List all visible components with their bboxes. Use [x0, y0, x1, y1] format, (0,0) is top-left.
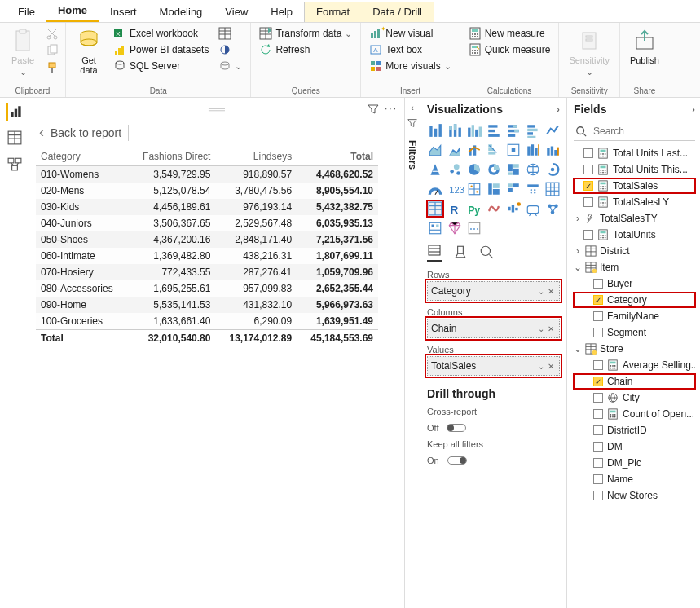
- field-totalsalesly[interactable]: TotalSalesLY: [574, 195, 695, 209]
- viz-type-26[interactable]: [525, 181, 541, 197]
- viz-type-10[interactable]: [486, 142, 502, 158]
- recent-sources-button[interactable]: ⌄: [217, 59, 244, 73]
- viz-type-18[interactable]: [505, 161, 522, 178]
- field-totalunits[interactable]: TotalUnits: [574, 227, 695, 242]
- more-visuals-button[interactable]: More visuals⌄: [368, 59, 452, 73]
- viz-type-2[interactable]: [466, 122, 482, 139]
- rows-chevron-icon[interactable]: ⌄: [536, 287, 546, 296]
- columns-chip[interactable]: Chain: [431, 323, 536, 334]
- field-total-units-last[interactable]: Total Units Last...: [574, 146, 695, 161]
- get-data-button[interactable]: Get data: [73, 26, 105, 77]
- cols-remove-icon[interactable]: ✕: [546, 324, 556, 333]
- viz-type-32[interactable]: [505, 200, 522, 217]
- viz-type-20[interactable]: [544, 161, 561, 178]
- field-city[interactable]: City: [574, 390, 695, 405]
- field-totalsalesty[interactable]: ›TotalSalesTY: [574, 211, 695, 226]
- matrix-visual[interactable]: Category Fashions Direct Lindseys Total …: [36, 148, 378, 346]
- more-options-icon[interactable]: ···: [385, 103, 398, 116]
- viz-type-29[interactable]: R: [447, 200, 463, 217]
- table-row[interactable]: 090-Home5,535,141.53431,832.105,966,973.…: [36, 297, 378, 313]
- field-count-open[interactable]: Count of Open...: [574, 407, 695, 421]
- values-chip[interactable]: TotalSales: [431, 360, 536, 372]
- col-header-c2[interactable]: Lindseys: [215, 148, 297, 166]
- vals-remove-icon[interactable]: ✕: [546, 362, 556, 371]
- new-measure-button[interactable]: New measure: [467, 26, 553, 41]
- table-item[interactable]: ⌄Item: [574, 260, 695, 275]
- viz-type-8[interactable]: [447, 142, 463, 158]
- table-row[interactable]: 060-Intimate1,369,482.80438,216.311,807,…: [36, 248, 378, 264]
- format-well-tab[interactable]: [453, 245, 468, 262]
- copy-icon[interactable]: [46, 44, 59, 57]
- tab-help[interactable]: Help: [259, 2, 304, 22]
- back-arrow-icon[interactable]: ‹: [39, 124, 44, 141]
- table-row[interactable]: 050-Shoes4,367,200.162,848,171.407,215,3…: [36, 231, 378, 248]
- model-view-icon[interactable]: [6, 155, 24, 173]
- format-painter-icon[interactable]: [46, 61, 59, 74]
- viz-type-4[interactable]: [505, 122, 522, 139]
- sensitivity-button[interactable]: Sensitivity⌄: [566, 26, 613, 79]
- col-header-category[interactable]: Category: [36, 148, 128, 166]
- viz-type-5[interactable]: [525, 122, 541, 139]
- table-row[interactable]: 010-Womens3,549,729.95918,890.574,468,62…: [36, 166, 378, 183]
- pbi-datasets-button[interactable]: Power BI datasets: [112, 42, 210, 57]
- viz-type-35[interactable]: [427, 220, 443, 236]
- viz-type-12[interactable]: [525, 142, 541, 158]
- viz-type-37[interactable]: ⋯: [466, 220, 482, 236]
- viz-type-24[interactable]: [486, 181, 502, 197]
- rows-chip[interactable]: Category: [431, 285, 536, 297]
- values-well[interactable]: TotalSales ⌄ ✕: [427, 356, 560, 376]
- table-row[interactable]: 020-Mens5,125,078.543,780,475.568,905,55…: [36, 183, 378, 199]
- viz-type-34[interactable]: [544, 200, 561, 217]
- viz-type-36[interactable]: [447, 220, 463, 236]
- tab-file[interactable]: File: [7, 2, 46, 22]
- tab-insert[interactable]: Insert: [99, 2, 148, 22]
- transform-data-button[interactable]: Transform data⌄: [258, 26, 354, 41]
- field-dmpic[interactable]: DM_Pic: [574, 456, 695, 470]
- viz-type-11[interactable]: [505, 142, 522, 158]
- viz-type-14[interactable]: [427, 161, 443, 178]
- field-familyname[interactable]: FamilyNane: [574, 309, 695, 324]
- field-buyer[interactable]: Buyer: [574, 276, 695, 291]
- paste-button[interactable]: Paste ⌄: [7, 26, 39, 79]
- text-box-button[interactable]: AText box: [368, 42, 452, 57]
- cross-report-toggle[interactable]: [447, 424, 466, 432]
- cut-icon[interactable]: [46, 27, 59, 40]
- field-avg-selling[interactable]: Average Selling...: [574, 358, 695, 372]
- viz-type-9[interactable]: [466, 142, 482, 158]
- viz-type-3[interactable]: [486, 122, 502, 139]
- viz-type-27[interactable]: [544, 181, 561, 197]
- viz-type-1[interactable]: [447, 122, 463, 139]
- viz-type-22[interactable]: 123: [447, 181, 463, 197]
- tab-format[interactable]: Format: [304, 2, 361, 22]
- rows-well[interactable]: Category ⌄ ✕: [427, 281, 560, 301]
- dataverse-button[interactable]: [217, 42, 244, 57]
- fields-search[interactable]: [574, 122, 695, 141]
- vals-chevron-icon[interactable]: ⌄: [536, 362, 546, 371]
- quick-measure-button[interactable]: Quick measure: [467, 42, 553, 57]
- grip-icon[interactable]: ══: [209, 103, 225, 119]
- table-store[interactable]: ⌄Store: [574, 341, 695, 356]
- search-input[interactable]: [592, 125, 700, 138]
- collapse-viz-icon[interactable]: ›: [557, 104, 560, 114]
- report-view-icon[interactable]: [6, 103, 24, 121]
- viz-type-0[interactable]: [427, 122, 443, 139]
- new-visual-button[interactable]: ✦New visual: [368, 26, 452, 41]
- enter-data-button[interactable]: [217, 26, 244, 41]
- col-header-total[interactable]: Total: [297, 148, 378, 166]
- tab-datadrill[interactable]: Data / Drill: [361, 2, 434, 22]
- keep-filters-toggle[interactable]: [447, 456, 467, 465]
- viz-type-16[interactable]: [466, 161, 482, 178]
- viz-type-7[interactable]: [427, 142, 443, 158]
- back-to-report-link[interactable]: Back to report: [51, 126, 121, 139]
- viz-type-33[interactable]: [525, 200, 541, 217]
- table-row[interactable]: 070-Hosiery772,433.55287,276.411,059,709…: [36, 264, 378, 280]
- collapse-fields-icon[interactable]: ›: [692, 104, 695, 114]
- expand-filters-icon[interactable]: ‹: [411, 103, 414, 112]
- analytics-well-tab[interactable]: [479, 245, 494, 262]
- excel-workbook-button[interactable]: XExcel workbook: [112, 26, 210, 41]
- viz-type-17[interactable]: [486, 161, 502, 178]
- cols-chevron-icon[interactable]: ⌄: [536, 324, 546, 333]
- viz-type-6[interactable]: [544, 122, 561, 139]
- publish-button[interactable]: Publish: [627, 26, 663, 67]
- rows-remove-icon[interactable]: ✕: [546, 287, 556, 296]
